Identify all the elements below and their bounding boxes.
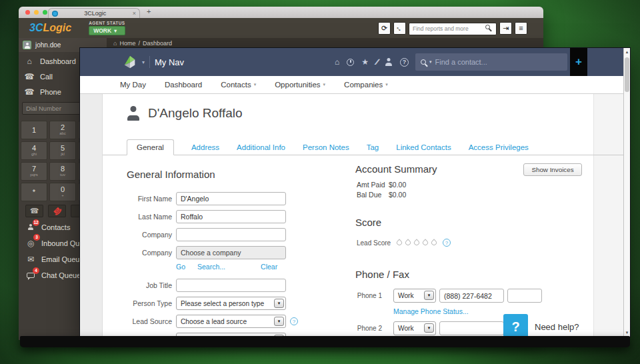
window-bottom-edge bbox=[20, 336, 630, 347]
last-name-input[interactable] bbox=[176, 210, 286, 223]
dialpad-key-4[interactable]: 4ghi bbox=[21, 141, 47, 160]
3clogic-logo: 3CLogic bbox=[29, 22, 71, 34]
dialpad-key-7[interactable]: 7pqrs bbox=[21, 162, 47, 181]
go-link[interactable]: Go bbox=[176, 263, 185, 271]
dialpad-key-8[interactable]: 8tuv bbox=[49, 162, 76, 181]
contact-panel: D'Angelo Roffalo General Address Additio… bbox=[103, 94, 623, 337]
help-icon[interactable]: ? bbox=[290, 317, 298, 325]
phone2-number-input[interactable] bbox=[439, 321, 504, 335]
refresh-button[interactable]: ⟳ bbox=[378, 22, 391, 35]
vertical-scrollbar[interactable]: ▲ ▼ bbox=[623, 48, 630, 337]
person-type-select[interactable]: Please select a person type▾ bbox=[176, 297, 286, 310]
tab-tag[interactable]: Tag bbox=[367, 140, 379, 155]
expand-button[interactable]: ↔ bbox=[393, 22, 406, 35]
scrollbar-thumb[interactable] bbox=[625, 57, 629, 92]
chevron-down-icon[interactable]: ▾ bbox=[142, 59, 145, 65]
user-name: john.doe bbox=[35, 41, 61, 49]
show-invoices-button[interactable]: Show Invoices bbox=[523, 163, 582, 176]
inbound-queue-icon: ◎ bbox=[25, 239, 36, 248]
app-title: My Nav bbox=[155, 57, 184, 67]
recent-icon[interactable] bbox=[347, 59, 354, 66]
nav-item-companies[interactable]: Companies▾ bbox=[344, 81, 388, 89]
contact-tabs: General Address Additional Info Person N… bbox=[103, 138, 623, 155]
tab-close-icon[interactable]: × bbox=[133, 10, 136, 17]
first-name-row: First Name bbox=[127, 192, 286, 205]
menu-button[interactable]: ≡ bbox=[515, 22, 527, 35]
need-help-label: Need help? bbox=[535, 322, 579, 332]
help-icon: ? bbox=[511, 319, 519, 335]
lead-score-flames[interactable] bbox=[397, 240, 437, 245]
reports-search bbox=[409, 21, 497, 35]
search-caret-icon[interactable]: ▾ bbox=[429, 59, 432, 65]
mynav-window: ▾ My Nav ⌂ ★ ∕∕ ? ▾ + My Day Dashboard bbox=[80, 48, 630, 337]
last-name-row: Last Name bbox=[127, 210, 286, 223]
mac-titlebar: 3CLogic × + bbox=[19, 7, 543, 18]
reports-search-input[interactable] bbox=[409, 23, 497, 35]
chevron-down-icon: ▾ bbox=[274, 299, 284, 308]
tab-general[interactable]: General bbox=[127, 139, 174, 155]
agent-status-button[interactable]: WORK▾ bbox=[89, 26, 125, 35]
help-icon[interactable]: ? bbox=[443, 239, 451, 247]
help-icon[interactable]: ? bbox=[400, 58, 409, 67]
dial-call-button[interactable]: ☎ bbox=[25, 205, 43, 217]
brand-area[interactable]: ▾ My Nav bbox=[123, 48, 184, 76]
contact-name: D'Angelo Roffalo bbox=[148, 106, 243, 121]
home-icon: ⌂ bbox=[24, 57, 35, 66]
nav-item-my-day[interactable]: My Day bbox=[120, 81, 146, 89]
need-help-button[interactable]: ? bbox=[503, 314, 528, 337]
close-window-button[interactable] bbox=[25, 10, 30, 15]
flame-icon bbox=[421, 239, 429, 246]
company-picker-input[interactable] bbox=[176, 246, 286, 259]
dialpad-key-star[interactable]: * bbox=[21, 183, 47, 201]
dialpad-key-1[interactable]: 1 bbox=[21, 121, 47, 139]
signout-icon: ⇥ bbox=[503, 24, 509, 33]
contacts-icon: 12 bbox=[25, 223, 36, 232]
phone1-number-input[interactable] bbox=[439, 289, 504, 303]
manage-phone-status-link[interactable]: Manage Phone Status... bbox=[393, 307, 469, 315]
person-icon bbox=[24, 43, 30, 49]
tab-additional-info[interactable]: Additional Info bbox=[237, 140, 285, 155]
star-icon[interactable]: ★ bbox=[361, 57, 369, 67]
nav-item-opportunities[interactable]: Opportunities▾ bbox=[275, 81, 325, 89]
dialpad-key-2[interactable]: 2abc bbox=[49, 121, 76, 139]
clear-link[interactable]: Clear bbox=[261, 263, 277, 271]
contact-search-input[interactable] bbox=[435, 58, 562, 66]
tab-address[interactable]: Address bbox=[191, 140, 219, 155]
tab-access-privileges[interactable]: Access Privileges bbox=[469, 140, 529, 155]
search-link[interactable]: Search... bbox=[197, 263, 225, 271]
zoom-window-button[interactable] bbox=[43, 10, 47, 15]
job-title-input[interactable] bbox=[176, 279, 286, 292]
signout-button[interactable]: ⇥ bbox=[499, 22, 512, 35]
first-name-input[interactable] bbox=[176, 192, 286, 205]
hangup-icon: ☎ bbox=[51, 205, 63, 217]
add-record-button[interactable]: + bbox=[570, 48, 587, 76]
tab-person-notes[interactable]: Person Notes bbox=[303, 140, 349, 155]
scroll-down-icon[interactable]: ▼ bbox=[624, 331, 630, 335]
person-icon[interactable] bbox=[385, 58, 393, 66]
phone-fax-heading: Phone / Fax bbox=[355, 269, 409, 280]
nav-item-contacts[interactable]: Contacts▾ bbox=[221, 81, 256, 89]
dialpad-key-0[interactable]: 0+ bbox=[49, 183, 76, 201]
person-type-row: Person Type Please select a person type▾ bbox=[127, 297, 286, 310]
call-icon: ☎ bbox=[24, 72, 35, 81]
company-input[interactable] bbox=[176, 228, 286, 241]
phone1-ext-input[interactable] bbox=[507, 289, 542, 303]
home-icon[interactable]: ⌂ bbox=[335, 57, 339, 67]
dialpad-key-5[interactable]: 5jkl bbox=[49, 141, 76, 160]
lead-source-select[interactable]: Choose a lead source▾ bbox=[176, 315, 286, 328]
browser-tab[interactable]: 3CLogic × bbox=[48, 8, 140, 18]
agent-status: AGENT STATUS WORK▾ bbox=[89, 21, 125, 35]
scroll-up-icon[interactable]: ▲ bbox=[624, 50, 630, 54]
minimize-window-button[interactable] bbox=[34, 10, 39, 15]
slashes-icon[interactable]: ∕∕ bbox=[376, 57, 377, 67]
home-icon[interactable]: ⌂ bbox=[113, 40, 117, 47]
phone2-type-select[interactable]: Work▾ bbox=[393, 321, 436, 335]
new-tab-button[interactable]: + bbox=[147, 7, 151, 15]
nav-item-dashboard[interactable]: Dashboard bbox=[165, 81, 202, 89]
hangup-button[interactable]: ☎ bbox=[48, 205, 66, 217]
amt-paid-value: $0.00 bbox=[389, 181, 406, 189]
search-icon bbox=[485, 25, 490, 29]
chat-queue-badge: 4 bbox=[33, 267, 39, 274]
phone1-type-select[interactable]: Work▾ bbox=[393, 289, 436, 303]
tab-linked-contacts[interactable]: Linked Contacts bbox=[396, 140, 451, 155]
